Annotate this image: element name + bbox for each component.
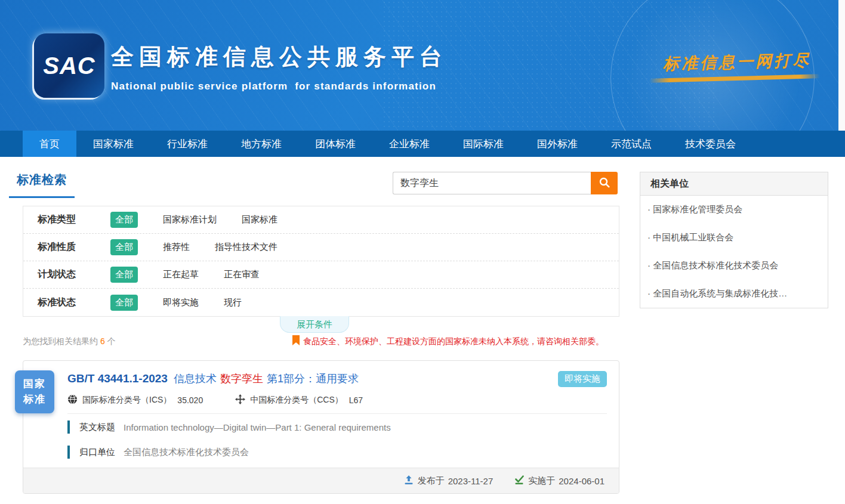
filter-option[interactable]: 指导性技术文件 [215,242,277,253]
sidebar-item-automation-committee[interactable]: 全国自动化系统与集成标准化技… [640,280,828,308]
result-line: 为您找到相关结果约6个 食品安全、环境保护、工程建设方面的国家标准未纳入本系统，… [23,335,619,348]
accent-bar [67,446,70,459]
filter-row-standard-type: 标准类型 全部 国家标准计划 国家标准 [23,206,619,234]
filter-all-badge[interactable]: 全部 [110,295,138,311]
sidebar-item-machinery-federation[interactable]: 中国机械工业联合会 [640,224,828,252]
nav-item-industry-standards[interactable]: 行业标准 [150,131,224,157]
nav-item-foreign-standards[interactable]: 国外标准 [520,131,594,157]
filter-label: 标准状态 [38,296,95,309]
search-input[interactable] [393,172,591,194]
ccs-value: L67 [349,395,363,405]
slogan-underline [649,74,820,82]
filter-panel: 标准类型 全部 国家标准计划 国家标准 标准性质 全部 推荐性 指导性技术文件 … [23,206,619,317]
detail-label: 英文标题 [79,422,115,433]
site-title: 全国标准信息公共服务平台 [111,42,448,72]
tab-standard-search[interactable]: 标准检索 [9,172,75,198]
standard-title-link[interactable]: GB/T 43441.1-2023信息技术数字孪生第1部分：通用要求 [67,372,607,386]
nav-item-group-standards[interactable]: 团体标准 [298,131,372,157]
ics-value: 35.020 [177,395,203,405]
nav-item-enterprise-standards[interactable]: 企业标准 [372,131,446,157]
search-button[interactable] [591,172,618,194]
sac-logo[interactable]: SAC [34,33,104,98]
notice-text: 食品安全、环境保护、工程建设方面的国家标准未纳入本系统，请咨询相关部委。 [303,336,604,347]
filter-option[interactable]: 国家标准计划 [163,214,217,225]
nav-item-pilot[interactable]: 示范试点 [594,131,668,157]
filter-label: 标准性质 [38,241,95,253]
detail-value: 全国信息技术标准化技术委员会 [124,447,249,458]
check-icon [514,475,528,487]
search-icon [599,177,610,190]
nav-item-technical-committee[interactable]: 技术委员会 [668,131,753,157]
publish-label: 发布于 [418,475,445,487]
bookmark-icon [292,335,300,348]
result-count-suffix: 个 [107,336,116,346]
standard-result-card: 国家 标准 GB/T 43441.1-2023信息技术数字孪生第1部分：通用要求… [23,360,619,494]
implement-date-item: 实施于 2024-06-01 [514,475,605,487]
globe-icon [67,394,82,406]
tag-line1: 国家 [23,376,46,392]
filter-row-plan-status: 计划状态 全部 正在起草 正在审查 [23,261,619,289]
tag-line2: 标准 [23,392,46,407]
compass-icon [235,394,250,406]
card-divider [67,413,607,414]
ics-label: 国际标准分类号（ICS） [82,395,171,406]
accent-bar [67,420,70,434]
nav-item-local-standards[interactable]: 地方标准 [224,131,298,157]
related-organizations-panel: 相关单位 国家标准化管理委员会 中国机械工业联合会 全国信息技术标准化技术委员会… [640,172,828,308]
standard-title-part1: 信息技术 [174,373,217,385]
committee-row: 归口单位 全国信息技术标准化技术委员会 [67,446,249,459]
sac-logo-text: SAC [43,52,95,79]
nav-item-international-standards[interactable]: 国际标准 [446,131,520,157]
system-notice: 食品安全、环境保护、工程建设方面的国家标准未纳入本系统，请咨询相关部委。 [292,335,604,348]
filter-option[interactable]: 正在起草 [163,269,199,280]
implement-date: 2024-06-01 [559,476,605,486]
detail-label: 归口单位 [79,447,115,458]
publish-date: 2023-11-27 [448,476,494,486]
standard-title-highlight: 数字孪生 [220,373,263,385]
expand-conditions-button[interactable]: 展开条件 [280,316,349,333]
site-header: SAC 全国标准信息公共服务平台 National public service… [0,0,838,131]
publish-icon [404,475,418,487]
card-footer: 发布于 2023-11-27 实施于 2024-06-01 [23,468,619,493]
filter-option[interactable]: 推荐性 [163,242,190,253]
filter-row-standard-status: 标准状态 全部 即将实施 现行 [23,289,619,316]
ccs-classification: 中国标准分类号（CCS） L67 [235,394,363,406]
classification-row: 国际标准分类号（ICS） 35.020 中国标准分类号（CCS） L67 [67,394,607,406]
result-count: 为您找到相关结果约6个 [23,336,116,347]
implement-label: 实施于 [528,475,555,487]
status-badge: 即将实施 [558,371,607,387]
detail-value: Information technology—Digital twin—Part… [124,422,391,432]
filter-all-badge[interactable]: 全部 [110,212,138,228]
filter-row-standard-nature: 标准性质 全部 推荐性 指导性技术文件 [23,234,619,261]
header-slogan: 标准信息一网打尽 [650,49,824,75]
ics-classification: 国际标准分类号（ICS） 35.020 [67,394,203,406]
english-title-row: 英文标题 Information technology—Digital twin… [67,420,391,434]
sidebar-title: 相关单位 [650,178,689,190]
sidebar-item-sac[interactable]: 国家标准化管理委员会 [640,196,828,224]
filter-all-badge[interactable]: 全部 [110,267,138,283]
standard-code: GB/T 43441.1-2023 [67,372,168,385]
main-nav: 首页 国家标准 行业标准 地方标准 团体标准 企业标准 国际标准 国外标准 示范… [0,131,845,157]
card-header: GB/T 43441.1-2023信息技术数字孪生第1部分：通用要求 即将实施 … [67,361,607,406]
filter-label: 标准类型 [38,214,95,226]
national-standard-tag[interactable]: 国家 标准 [15,370,54,413]
filter-option[interactable]: 国家标准 [242,214,277,225]
sidebar-header: 相关单位 [640,172,828,196]
publish-date-item: 发布于 2023-11-27 [404,475,494,487]
filter-label: 计划状态 [38,268,95,281]
site-title-block: 全国标准信息公共服务平台 National public service pla… [111,42,448,92]
result-count-number: 6 [100,336,105,346]
result-count-prefix: 为您找到相关结果约 [23,336,98,346]
page: SAC 全国标准信息公共服务平台 National public service… [0,0,845,504]
search-box [393,172,618,194]
nav-item-home[interactable]: 首页 [23,131,76,157]
scrollbar-track[interactable] [838,0,845,131]
site-subtitle: National public service platform for sta… [111,81,448,92]
filter-option[interactable]: 正在审查 [224,269,260,280]
sidebar-item-it-standardization-committee[interactable]: 全国信息技术标准化技术委员会 [640,252,828,280]
nav-item-national-standards[interactable]: 国家标准 [76,131,150,157]
ccs-label: 中国标准分类号（CCS） [250,395,343,406]
filter-option[interactable]: 现行 [224,297,242,308]
filter-all-badge[interactable]: 全部 [110,239,138,255]
filter-option[interactable]: 即将实施 [163,297,199,308]
